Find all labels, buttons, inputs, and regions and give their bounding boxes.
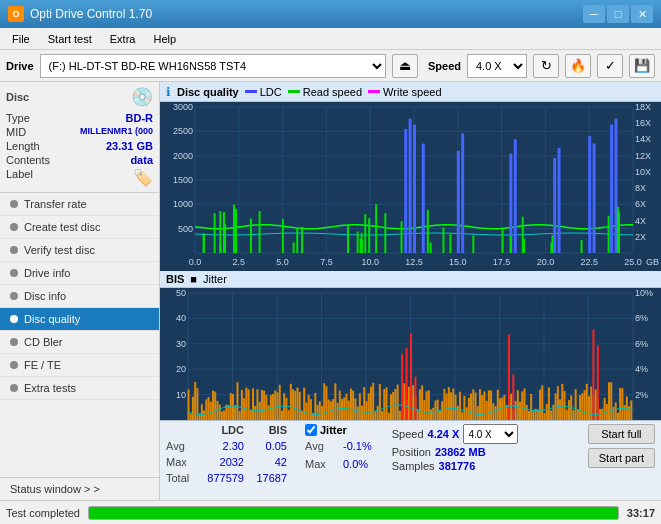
jitter-section-label: Jitter	[320, 424, 347, 436]
legend-read-speed-label: Read speed	[303, 86, 362, 98]
nav-drive-info[interactable]: Drive info	[0, 262, 159, 285]
disc-icon: 💿	[131, 86, 153, 108]
menu-extra[interactable]: Extra	[102, 31, 144, 47]
nav-cd-bler-label: CD Bler	[24, 336, 63, 348]
close-button[interactable]: ✕	[631, 5, 653, 23]
nav-transfer-rate[interactable]: Transfer rate	[0, 193, 159, 216]
nav-verify-test-disc[interactable]: Verify test disc	[0, 239, 159, 262]
disc-type-val: BD-R	[126, 112, 154, 124]
speed-select[interactable]: 4.0 X	[467, 54, 527, 78]
disc-length-row: Length 23.31 GB	[6, 139, 153, 153]
nav-dot	[10, 292, 18, 300]
disc-label-row: Label 🏷️	[6, 167, 153, 188]
disc-type-row: Type BD-R	[6, 111, 153, 125]
app-icon: O	[8, 6, 24, 22]
upper-chart-canvas	[160, 102, 661, 271]
verify-button[interactable]: ✓	[597, 54, 623, 78]
position-key: Position	[392, 446, 431, 458]
nav-disc-info[interactable]: Disc info	[0, 285, 159, 308]
disc-mid-val: MILLENMR1 (000	[80, 126, 153, 138]
disc-quality-title: Disc quality	[177, 86, 239, 98]
nav-verify-test-disc-label: Verify test disc	[24, 244, 95, 256]
status-window-label: Status window > >	[10, 483, 100, 495]
bis-label: BIS	[166, 273, 184, 285]
start-part-button[interactable]: Start part	[588, 448, 655, 468]
start-full-button[interactable]: Start full	[588, 424, 655, 444]
nav-dot	[10, 338, 18, 346]
nav-disc-quality[interactable]: Disc quality	[0, 308, 159, 331]
jitter-checkbox[interactable]	[305, 424, 317, 436]
legend-read-speed-color	[288, 90, 300, 93]
nav-create-test-disc-label: Create test disc	[24, 221, 100, 233]
sidebar-nav: Transfer rate Create test disc Verify te…	[0, 193, 159, 477]
menu-help[interactable]: Help	[145, 31, 184, 47]
legend-read-speed: Read speed	[288, 86, 362, 98]
stat-total-bis: 17687	[252, 470, 287, 486]
burn-button[interactable]: 🔥	[565, 54, 591, 78]
disc-info-panel: Disc 💿 Type BD-R MID MILLENMR1 (000 Leng…	[0, 82, 159, 193]
disc-contents-key: Contents	[6, 154, 50, 166]
nav-fe-te[interactable]: FE / TE	[0, 354, 159, 377]
legend-write-speed-color	[368, 90, 380, 93]
samples-key: Samples	[392, 460, 435, 472]
stat-total-ldc: 877579	[204, 470, 244, 486]
col-headers: LDC BIS	[166, 424, 287, 436]
stat-max-ldc: 2032	[204, 454, 244, 470]
speed-key: Speed	[392, 428, 424, 440]
toolbar: Drive (F:) HL-DT-ST BD-RE WH16NS58 TST4 …	[0, 50, 661, 82]
titlebar: O Opti Drive Control 1.70 ─ □ ✕	[0, 0, 661, 28]
status-window-button[interactable]: Status window > >	[0, 477, 159, 500]
disc-label-icon: 🏷️	[133, 168, 153, 187]
eject-button[interactable]: ⏏	[392, 54, 418, 78]
nav-dot	[10, 200, 18, 208]
jitter-max-val: 0.0%	[343, 456, 368, 472]
refresh-button[interactable]: ↻	[533, 54, 559, 78]
nav-dot	[10, 269, 18, 277]
jitter-header: Jitter	[305, 424, 372, 436]
drive-label: Drive	[6, 60, 34, 72]
content-area: ℹ Disc quality LDC Read speed Write spee…	[160, 82, 661, 500]
disc-mid-row: MID MILLENMR1 (000	[6, 125, 153, 139]
speed-current-val: 4.24 X	[428, 428, 460, 440]
jitter-label-header: ■	[190, 273, 197, 285]
col-header-bis: BIS	[252, 424, 287, 436]
save-button[interactable]: 💾	[629, 54, 655, 78]
menu-file[interactable]: File	[4, 31, 38, 47]
disc-length-key: Length	[6, 140, 40, 152]
disc-type-key: Type	[6, 112, 30, 124]
jitter-avg-val: -0.1%	[343, 438, 372, 454]
nav-dot	[10, 361, 18, 369]
menubar: File Start test Extra Help	[0, 28, 661, 50]
speed-row: Speed 4.24 X 4.0 X	[392, 424, 519, 444]
nav-extra-tests[interactable]: Extra tests	[0, 377, 159, 400]
stat-max-label: Max	[166, 454, 196, 470]
main-layout: Disc 💿 Type BD-R MID MILLENMR1 (000 Leng…	[0, 82, 661, 500]
maximize-button[interactable]: □	[607, 5, 629, 23]
nav-dot	[10, 246, 18, 254]
legend-write-speed-label: Write speed	[383, 86, 442, 98]
minimize-button[interactable]: ─	[583, 5, 605, 23]
statusbar: Test completed 33:17	[0, 500, 661, 524]
speed-limit-select[interactable]: 4.0 X	[463, 424, 518, 444]
stat-max-bis: 42	[252, 454, 287, 470]
button-section: Start full Start part	[588, 424, 655, 468]
jitter-max-label: Max	[305, 456, 335, 472]
legend-ldc-color	[245, 90, 257, 93]
charts-area: BIS ■ Jitter	[160, 102, 661, 420]
nav-cd-bler[interactable]: CD Bler	[0, 331, 159, 354]
window-controls[interactable]: ─ □ ✕	[583, 5, 653, 23]
drive-select[interactable]: (F:) HL-DT-ST BD-RE WH16NS58 TST4	[40, 54, 386, 78]
disc-quality-icon: ℹ	[166, 85, 171, 99]
disc-contents-row: Contents data	[6, 153, 153, 167]
col-header-ldc: LDC	[204, 424, 244, 436]
sidebar: Disc 💿 Type BD-R MID MILLENMR1 (000 Leng…	[0, 82, 160, 500]
nav-disc-quality-label: Disc quality	[24, 313, 80, 325]
upper-chart	[160, 102, 661, 271]
menu-start-test[interactable]: Start test	[40, 31, 100, 47]
nav-create-test-disc[interactable]: Create test disc	[0, 216, 159, 239]
nav-dot	[10, 315, 18, 323]
nav-disc-info-label: Disc info	[24, 290, 66, 302]
speed-section: Speed 4.24 X 4.0 X Position 23862 MB Sam…	[392, 424, 519, 472]
legend-ldc-label: LDC	[260, 86, 282, 98]
disc-mid-key: MID	[6, 126, 26, 138]
